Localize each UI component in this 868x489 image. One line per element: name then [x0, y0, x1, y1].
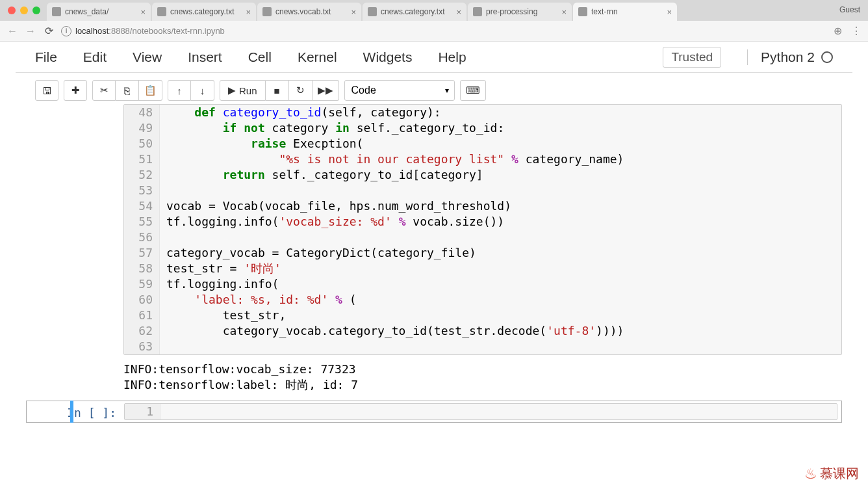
jupyter-toolbar: 🖫 ✚ ✂ ⎘ 📋 ↑ ↓ ▶Run ■ ↻ ▶▶ Code ⌨: [16, 77, 852, 104]
move-up-button[interactable]: ↑: [168, 80, 191, 101]
browser-tab[interactable]: cnews.category.txt×: [152, 3, 256, 21]
flame-icon: ♨: [804, 466, 817, 482]
menu-cell[interactable]: Cell: [248, 49, 272, 65]
input-prompt: [26, 104, 123, 355]
notebook-area: 48 def category_to_id(self, category):49…: [0, 104, 868, 423]
empty-code-cell[interactable]: In [ ]: 1: [26, 401, 842, 423]
kernel-indicator[interactable]: Python 2: [747, 49, 833, 65]
cut-button[interactable]: ✂: [92, 80, 116, 101]
cell-type-select[interactable]: Code: [344, 80, 455, 101]
save-button[interactable]: 🖫: [35, 80, 58, 101]
copy-button[interactable]: ⎘: [116, 80, 139, 101]
zoom-icon[interactable]: ⊕: [834, 25, 842, 37]
address-bar: ← → ⟳ i localhost:8888/notebooks/text-rn…: [0, 21, 868, 42]
menu-file[interactable]: File: [35, 49, 57, 65]
move-down-button[interactable]: ↓: [191, 80, 214, 101]
forward-button: →: [25, 25, 36, 37]
close-window-button[interactable]: [8, 7, 16, 14]
menu-edit[interactable]: Edit: [83, 49, 107, 65]
trusted-button[interactable]: Trusted: [663, 47, 721, 68]
close-tab-icon[interactable]: ×: [456, 7, 461, 17]
favicon: [473, 7, 482, 16]
favicon: [578, 7, 587, 16]
browser-tab[interactable]: text-rnn×: [573, 3, 677, 21]
close-tab-icon[interactable]: ×: [140, 7, 146, 17]
url-input[interactable]: i localhost:8888/notebooks/text-rnn.ipyn…: [61, 26, 827, 36]
code-editor[interactable]: 48 def category_to_id(self, category):49…: [123, 104, 842, 355]
add-cell-button[interactable]: ✚: [64, 80, 87, 101]
restart-button[interactable]: ↻: [289, 80, 313, 101]
favicon: [368, 7, 377, 16]
menu-widgets[interactable]: Widgets: [363, 49, 413, 65]
kernel-status-icon: [821, 51, 833, 63]
command-palette-button[interactable]: ⌨: [460, 80, 486, 101]
cell-output: INFO:tensorflow:vocab_size: 77323 INFO:t…: [123, 359, 358, 395]
close-tab-icon[interactable]: ×: [351, 7, 356, 17]
favicon: [52, 7, 61, 16]
menu-view[interactable]: View: [133, 49, 162, 65]
profile-label[interactable]: Guest: [839, 5, 860, 14]
close-tab-icon[interactable]: ×: [246, 7, 251, 17]
browser-tab[interactable]: cnews.category.txt×: [363, 3, 466, 21]
close-tab-icon[interactable]: ×: [561, 7, 567, 17]
fast-forward-button[interactable]: ▶▶: [313, 80, 339, 101]
window-controls: [8, 7, 40, 14]
favicon: [157, 7, 166, 16]
browser-tab[interactable]: pre-processing×: [468, 3, 572, 21]
favicon: [262, 7, 272, 16]
browser-menu-icon[interactable]: ⋮: [851, 25, 862, 37]
site-info-icon[interactable]: i: [61, 26, 71, 36]
stop-button[interactable]: ■: [266, 80, 289, 101]
run-button[interactable]: ▶Run: [220, 80, 266, 101]
code-cell[interactable]: 48 def category_to_id(self, category):49…: [26, 104, 842, 395]
browser-tab[interactable]: cnews.vocab.txt×: [257, 3, 361, 21]
back-button[interactable]: ←: [6, 25, 18, 37]
jupyter-menu-bar: FileEditViewInsertCellKernelWidgetsHelp …: [16, 42, 852, 73]
input-prompt: In [ ]:: [27, 403, 124, 420]
menu-kernel[interactable]: Kernel: [298, 49, 337, 65]
minimize-window-button[interactable]: [20, 7, 28, 14]
menu-help[interactable]: Help: [438, 49, 466, 65]
menu-insert[interactable]: Insert: [188, 49, 222, 65]
close-tab-icon[interactable]: ×: [667, 7, 672, 17]
browser-tab-strip: cnews_data/×cnews.category.txt×cnews.voc…: [0, 0, 868, 21]
reload-button[interactable]: ⟳: [43, 25, 55, 37]
watermark: ♨ 慕课网: [804, 465, 859, 482]
browser-tab[interactable]: cnews_data/×: [47, 3, 151, 21]
maximize-window-button[interactable]: [32, 7, 40, 14]
code-editor[interactable]: 1: [124, 403, 837, 420]
paste-button[interactable]: 📋: [139, 80, 162, 101]
